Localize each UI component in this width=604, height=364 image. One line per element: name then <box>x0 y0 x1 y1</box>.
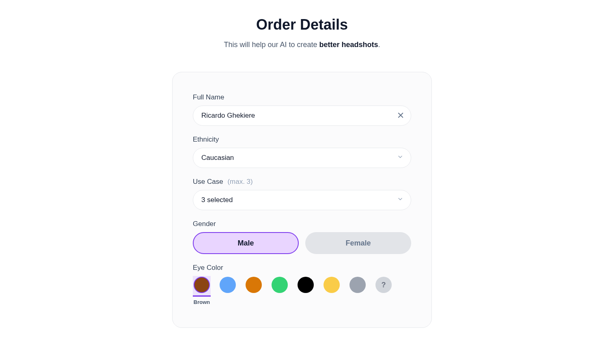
color-swatch <box>220 277 236 293</box>
chevron-down-icon <box>397 196 403 205</box>
color-swatch <box>324 277 340 293</box>
swatch-wrap <box>349 276 367 297</box>
gender-options: Male Female <box>193 232 411 254</box>
color-swatch <box>272 277 288 293</box>
full-name-group: Full Name <box>193 93 411 126</box>
eye-color-group: Eye Color Brown? <box>193 264 411 306</box>
swatch-wrap <box>323 276 341 297</box>
clear-name-button[interactable] <box>396 111 406 121</box>
eye-color-option-gray[interactable] <box>349 276 367 299</box>
eye-color-option-green[interactable] <box>271 276 289 299</box>
swatch-wrap <box>297 276 315 297</box>
page-title: Order Details <box>256 16 348 33</box>
use-case-label-text: Use Case <box>193 178 223 185</box>
full-name-input[interactable] <box>193 106 411 126</box>
color-swatch <box>194 277 210 293</box>
use-case-group: Use Case (max. 3) 3 selected <box>193 178 411 210</box>
gender-option-female[interactable]: Female <box>305 232 411 254</box>
gender-group: Gender Male Female <box>193 220 411 254</box>
eye-color-option-black[interactable] <box>297 276 315 299</box>
eye-color-option-amber[interactable] <box>245 276 263 299</box>
color-swatch <box>349 277 366 293</box>
swatch-wrap <box>193 276 211 297</box>
eye-color-option-blue[interactable] <box>219 276 237 299</box>
gender-label: Gender <box>193 220 411 228</box>
swatch-wrap <box>271 276 289 297</box>
eye-color-option-brown[interactable]: Brown <box>193 276 211 306</box>
subtitle-prefix: This will help our AI to create <box>224 41 319 49</box>
full-name-input-wrap <box>193 106 411 126</box>
eye-color-options: Brown? <box>193 276 411 306</box>
ethnicity-value: Caucasian <box>201 154 234 162</box>
use-case-label: Use Case (max. 3) <box>193 178 411 186</box>
ethnicity-group: Ethnicity Caucasian <box>193 136 411 168</box>
swatch-wrap <box>245 276 263 297</box>
color-swatch <box>246 277 262 293</box>
swatch-wrap: ? <box>375 276 393 297</box>
page-subtitle: This will help our AI to create better h… <box>224 41 380 49</box>
chevron-down-icon <box>397 154 403 162</box>
eye-color-label: Eye Color <box>193 264 411 272</box>
use-case-select[interactable]: 3 selected <box>193 190 411 210</box>
color-label: Brown <box>194 299 210 306</box>
order-details-card: Full Name Ethnicity Caucasian <box>172 72 432 328</box>
eye-color-option-other[interactable]: ? <box>375 276 393 299</box>
use-case-hint: (max. 3) <box>227 178 252 185</box>
ethnicity-select[interactable]: Caucasian <box>193 148 411 168</box>
swatch-wrap <box>219 276 237 297</box>
subtitle-bold: better headshots <box>319 41 378 49</box>
gender-option-male[interactable]: Male <box>193 232 299 254</box>
use-case-value: 3 selected <box>201 196 233 204</box>
close-icon <box>397 112 404 120</box>
eye-color-option-hazel[interactable] <box>323 276 341 299</box>
ethnicity-label: Ethnicity <box>193 136 411 144</box>
full-name-label: Full Name <box>193 93 411 101</box>
question-icon: ? <box>375 277 392 293</box>
subtitle-suffix: . <box>378 41 380 49</box>
color-swatch <box>298 277 314 293</box>
